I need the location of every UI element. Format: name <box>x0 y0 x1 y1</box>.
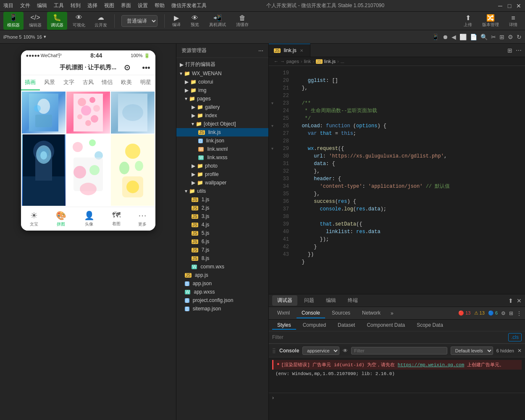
image-cell-5[interactable] <box>66 134 110 206</box>
real-device-button[interactable]: 📲 真机调试 <box>205 12 230 29</box>
devtools-tab-edit[interactable]: 编辑 <box>321 295 341 306</box>
editor-button[interactable]: </> 编辑器 <box>25 12 45 30</box>
file-2js[interactable]: JS 2.js <box>176 204 268 212</box>
project-root[interactable]: ▾ 📁 WX_WENAN <box>176 69 268 78</box>
folder-utils[interactable]: ▾ 📁 utils <box>176 187 268 195</box>
fold-button-25[interactable]: ▾ <box>269 122 276 130</box>
folder-pages[interactable]: ▾ 📁 pages <box>176 94 268 103</box>
code-content-area[interactable]: gglist: [] }, /** * 生命周期函数--监听页面加载 */ on… <box>292 66 525 294</box>
console-input-field[interactable] <box>276 395 522 400</box>
folder-colorui[interactable]: ▶ 📁 colorui <box>176 78 268 86</box>
phone-tab-text[interactable]: 文字 <box>59 75 79 90</box>
file-5js[interactable]: JS 5.js <box>176 229 268 237</box>
compile-button[interactable]: ▶ 编译 <box>168 12 185 29</box>
console-service-select[interactable]: appservice <box>302 346 339 355</box>
file-7js[interactable]: JS 7.js <box>176 246 268 254</box>
upload-button[interactable]: ⬆ 上传 <box>459 12 476 29</box>
devtools-sub-sources[interactable]: Sources <box>327 308 355 318</box>
fold-button-28[interactable]: ▾ <box>269 145 276 152</box>
file-link-json[interactable]: {} link.json <box>176 136 268 145</box>
file-3js[interactable]: JS 3.js <box>176 212 268 220</box>
devtools-sub-network[interactable]: Network <box>357 308 386 318</box>
console-eye-icon[interactable]: 👁 <box>343 348 348 354</box>
nav-item-more[interactable]: ⋯ 更多 <box>138 210 147 227</box>
menu-item-select[interactable]: 选择 <box>87 2 97 9</box>
devtools-tab-debugger[interactable]: 调试器 <box>272 295 297 306</box>
rotate-icon[interactable]: ↻ <box>517 34 522 40</box>
devtools-sub-wxml[interactable]: Wxml <box>272 308 295 318</box>
file-4js[interactable]: JS 4.js <box>176 220 268 229</box>
file-1js[interactable]: JS 1.js <box>176 195 268 204</box>
file-link-wxss[interactable]: W link.wxss <box>176 153 268 162</box>
expand-icon[interactable]: ⬆ <box>508 297 513 304</box>
phone-tab-celebrity[interactable]: 明星 <box>136 75 155 90</box>
menu-item-interface[interactable]: 界面 <box>121 2 131 9</box>
folder-link[interactable]: ▾ 📁 [object Object] <box>176 120 268 128</box>
file-nav-icon[interactable]: 📄 <box>470 34 477 40</box>
image-cell-2[interactable] <box>66 92 110 134</box>
split-editor-icon[interactable]: ⊞ <box>507 47 512 54</box>
compile-mode-select[interactable]: 普通编译 <box>121 15 158 27</box>
fold-button-22[interactable]: ▾ <box>269 100 276 107</box>
nav-item-library[interactable]: ☀ 文宝 <box>30 210 38 227</box>
chevron-down-icon[interactable]: ▾ <box>44 34 46 39</box>
folder-profile[interactable]: ▶ 📁 profile <box>176 170 268 178</box>
file-panel-menu-icon[interactable]: ⋯ <box>258 48 263 54</box>
menu-item-file[interactable]: 文件 <box>20 2 30 9</box>
devtools-tab-terminal[interactable]: 终端 <box>343 295 363 306</box>
image-cell-6[interactable] <box>111 134 155 206</box>
image-cell-3[interactable] <box>111 92 155 134</box>
menu-item-project[interactable]: 项目 <box>3 2 13 9</box>
menu-item-wechat[interactable]: 微信开发者工具 <box>171 2 207 9</box>
file-6js[interactable]: JS 6.js <box>176 237 268 246</box>
more-devtools-icon[interactable]: » <box>387 310 397 316</box>
file-comm-wxs[interactable]: W comm.wxs <box>176 262 268 271</box>
menu-item-view[interactable]: 视图 <box>104 2 114 9</box>
debugger-button[interactable]: 🐛 调试器 <box>47 12 67 30</box>
devtools-more-icon[interactable]: ⋮ <box>517 310 522 316</box>
simulator-button[interactable]: 📱 模拟器 <box>3 12 24 30</box>
minimize-button[interactable]: ─ <box>497 3 503 9</box>
file-8js[interactable]: JS 8.js <box>176 254 268 262</box>
cls-button[interactable]: .cls <box>508 333 522 341</box>
search-icon[interactable]: 🔍 <box>480 34 488 40</box>
visualize-button[interactable]: 👁 可视化 <box>69 12 89 30</box>
detail-button[interactable]: ≡ 详情 <box>505 13 522 29</box>
folder-img[interactable]: ▶ 📁 img <box>176 86 268 94</box>
phone-tab-classical[interactable]: 古风 <box>79 75 98 90</box>
phone-more-button[interactable]: ••• <box>142 63 150 72</box>
style-tab-component[interactable]: Component Data <box>362 321 410 330</box>
devtools-settings-icon[interactable]: ⚙ <box>501 310 506 316</box>
file-app-js[interactable]: JS app.js <box>176 271 268 279</box>
style-tab-styles[interactable]: Styles <box>272 321 296 330</box>
image-cell-4[interactable] <box>22 134 66 206</box>
scissors-icon[interactable]: ✂ <box>491 34 496 40</box>
maximize-button[interactable]: □ <box>507 3 512 9</box>
menu-item-goto[interactable]: 转到 <box>71 2 81 9</box>
menu-item-settings[interactable]: 设置 <box>138 2 148 9</box>
version-button[interactable]: 🔀 版本管理 <box>478 12 503 29</box>
error-link[interactable]: https://mp.weixin.qq.com <box>398 362 464 368</box>
nav-item-avatar[interactable]: 👤 头像 <box>84 210 94 227</box>
editor-tab-link-js[interactable]: JS link.js ✕ <box>269 44 310 57</box>
console-levels-select[interactable]: Default levels <box>451 346 493 355</box>
style-tab-dataset[interactable]: Dataset <box>333 321 360 330</box>
grid-icon[interactable]: ⊞ <box>499 34 504 40</box>
file-link-js[interactable]: JS link.js <box>176 128 268 136</box>
phone-icon[interactable]: 📱 <box>432 34 439 40</box>
folder-photo[interactable]: ▶ 📁 photo <box>176 162 268 170</box>
phone-tab-illustration[interactable]: 插画 <box>21 75 40 90</box>
more-tabs-icon[interactable]: ⋯ <box>516 47 522 54</box>
nav-item-map[interactable]: 🗺 着图 <box>112 210 121 227</box>
opened-editors-section[interactable]: ▶ 打开的编辑器 <box>176 60 268 69</box>
preview-button[interactable]: 👁 预览 <box>186 13 203 29</box>
folder-wallpaper[interactable]: ▶ 📁 wallpaper <box>176 178 268 187</box>
breadcrumb-nav-back[interactable]: ← <box>274 59 278 64</box>
folder-index[interactable]: ▶ 📁 index <box>176 111 268 120</box>
record-icon[interactable]: ⏺ <box>442 34 448 40</box>
image-cell-1[interactable] <box>22 92 66 134</box>
phone-tab-scenery[interactable]: 风景 <box>40 75 59 90</box>
devtools-tab-issues[interactable]: 问题 <box>299 295 319 306</box>
file-link-wxml[interactable]: W link.wxml <box>176 145 268 153</box>
menu-item-help[interactable]: 帮助 <box>155 2 165 9</box>
